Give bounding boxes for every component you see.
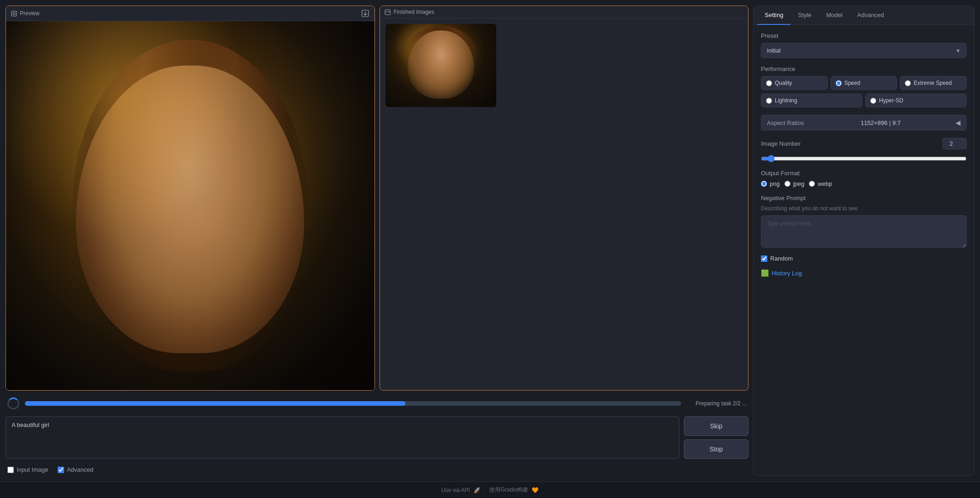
preset-section: Preset initial ▼ — [761, 32, 967, 58]
left-panel: Preview — [6, 6, 748, 476]
extreme-speed-option[interactable]: Extreme Speed — [900, 76, 967, 90]
quality-label: Quality — [775, 80, 792, 86]
skip-button[interactable]: Skip — [684, 416, 748, 436]
speed-label: Speed — [844, 80, 861, 86]
thumbnail-image-1 — [386, 24, 496, 107]
right-panel: Setting Style Model Advanced Preset init… — [753, 6, 974, 476]
random-row: Random — [761, 255, 967, 262]
dropdown-arrow-icon: ▼ — [956, 48, 961, 53]
performance-section: Performance Quality Speed Extreme Speed — [761, 65, 967, 107]
image-number-label: Image Number — [761, 140, 801, 147]
jpeg-label: jpeg — [793, 180, 805, 187]
input-image-checkbox[interactable] — [7, 467, 14, 473]
tab-advanced[interactable]: Advanced — [850, 6, 891, 25]
tab-model[interactable]: Model — [819, 6, 849, 25]
lightning-option[interactable]: Lightning — [761, 94, 862, 107]
aspect-ratio-toggle[interactable]: ◀ — [956, 119, 961, 126]
right-tabs: Setting Style Model Advanced — [754, 6, 974, 25]
hyper-sd-radio[interactable] — [870, 98, 876, 104]
negative-prompt-input[interactable] — [761, 215, 967, 248]
input-image-label: Input Image — [17, 466, 48, 473]
performance-label: Performance — [761, 65, 967, 72]
jpeg-option[interactable]: jpeg — [784, 180, 805, 187]
preview-header-left: Preview — [11, 10, 40, 17]
preview-content — [6, 21, 374, 390]
webp-radio[interactable] — [809, 181, 815, 187]
preview-panel-header: Preview — [6, 6, 374, 21]
download-button[interactable] — [361, 9, 370, 18]
hyper-sd-option[interactable]: Hyper-SD — [865, 94, 967, 107]
negative-prompt-label: Negative Prompt — [761, 195, 967, 202]
action-buttons: Skip Stop — [684, 416, 748, 459]
progress-bar-container — [25, 401, 681, 406]
input-image-checkbox-group[interactable]: Input Image — [7, 466, 48, 473]
footer-separator: · — [484, 487, 486, 493]
prompt-row: Skip Stop — [6, 416, 748, 459]
webp-label: webp — [818, 180, 832, 187]
speed-option[interactable]: Speed — [831, 76, 897, 90]
stop-button[interactable]: Stop — [684, 439, 748, 459]
image-number-slider[interactable] — [761, 155, 967, 162]
advanced-checkbox[interactable] — [58, 467, 64, 473]
negative-prompt-section: Negative Prompt Describing what you do n… — [761, 195, 967, 248]
svg-rect-1 — [12, 12, 16, 15]
random-checkbox[interactable] — [761, 255, 767, 262]
footer-gradio-text[interactable]: 使用Gradio构建 — [489, 486, 528, 494]
tab-setting[interactable]: Setting — [757, 6, 790, 25]
progress-bar-fill — [25, 401, 405, 406]
png-radio[interactable] — [761, 181, 767, 187]
extreme-speed-radio[interactable] — [905, 80, 911, 86]
output-format-section: Output Format png jpeg webp — [761, 170, 967, 187]
lightning-label: Lightning — [775, 97, 797, 104]
speed-radio[interactable] — [836, 80, 842, 86]
portrait-overlay — [6, 21, 374, 390]
random-label: Random — [770, 255, 793, 262]
finished-title: Finished Images — [394, 9, 434, 15]
right-content: Preset initial ▼ Performance Quality Spe — [754, 25, 974, 475]
performance-options-row2: Lightning Hyper-SD — [761, 94, 967, 107]
quality-option[interactable]: Quality — [761, 76, 828, 90]
aspect-ratio-row: Aspect Ratios 1152×896 | 9:7 ◀ — [761, 115, 967, 130]
performance-options-row1: Quality Speed Extreme Speed — [761, 76, 967, 90]
aspect-ratio-label: Aspect Ratios — [767, 119, 804, 126]
history-log-link[interactable]: 🟩 History Log — [761, 269, 967, 277]
negative-prompt-desc: Describing what you do not want to see. — [761, 205, 967, 212]
extreme-speed-label: Extreme Speed — [914, 80, 952, 86]
preview-title: Preview — [20, 10, 40, 17]
footer-api-text[interactable]: Use via API — [441, 487, 470, 493]
finished-content — [380, 18, 748, 390]
thumb-face-1 — [408, 30, 474, 99]
finished-panel: Finished Images — [380, 6, 749, 391]
image-number-section: Image Number — [761, 138, 967, 162]
bottom-bar: Input Image Advanced — [6, 463, 748, 476]
progress-label: Preparing task 2/2 ... — [687, 400, 747, 407]
quality-radio[interactable] — [766, 80, 772, 86]
spinner — [7, 397, 19, 409]
preset-dropdown[interactable]: initial ▼ — [761, 43, 967, 58]
footer-gradio-emoji: 🧡 — [532, 487, 539, 493]
png-option[interactable]: png — [761, 180, 780, 187]
svg-rect-3 — [385, 10, 390, 15]
webp-option[interactable]: webp — [809, 180, 832, 187]
history-log-icon: 🟩 — [761, 269, 769, 277]
svg-point-4 — [386, 11, 387, 12]
image-number-input[interactable] — [943, 138, 967, 149]
progress-row: Preparing task 2/2 ... — [6, 395, 748, 412]
history-log-label: History Log — [772, 270, 802, 277]
lightning-radio[interactable] — [766, 98, 772, 104]
png-label: png — [770, 180, 780, 187]
footer-emoji: 🚀 — [474, 487, 481, 493]
finished-header-left: Finished Images — [385, 9, 434, 15]
preview-panel: Preview — [6, 6, 375, 391]
advanced-checkbox-group[interactable]: Advanced — [58, 466, 94, 473]
image-number-row: Image Number — [761, 138, 967, 149]
finished-panel-header: Finished Images — [380, 6, 748, 18]
output-format-label: Output Format — [761, 170, 967, 177]
aspect-ratio-section: Aspect Ratios 1152×896 | 9:7 ◀ — [761, 115, 967, 130]
tab-style[interactable]: Style — [790, 6, 819, 25]
jpeg-radio[interactable] — [784, 181, 790, 187]
preset-value: initial — [767, 47, 781, 54]
preset-label: Preset — [761, 32, 967, 39]
prompt-input[interactable] — [6, 416, 679, 459]
thumbnail-1[interactable] — [386, 24, 496, 107]
